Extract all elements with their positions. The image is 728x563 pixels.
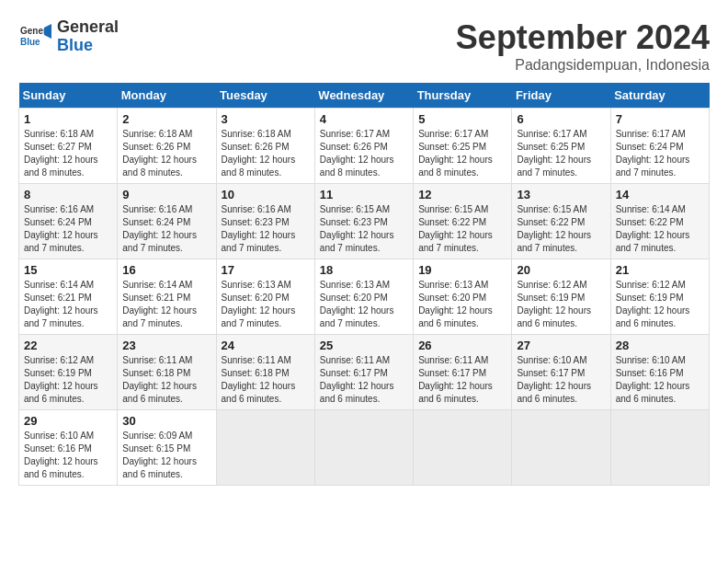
day-number: 25 (320, 339, 408, 352)
table-row (216, 410, 314, 486)
day-info: Sunrise: 6:18 AM Sunset: 6:26 PM Dayligh… (222, 128, 310, 179)
day-number: 2 (122, 112, 210, 126)
day-number: 28 (616, 339, 704, 352)
table-row: 7Sunrise: 6:17 AM Sunset: 6:24 PM Daylig… (610, 109, 709, 184)
header: General Blue General Blue September 2024… (18, 18, 710, 74)
table-row: 2Sunrise: 6:18 AM Sunset: 6:26 PM Daylig… (118, 109, 216, 184)
day-number: 7 (616, 112, 704, 126)
table-row: 12Sunrise: 6:15 AM Sunset: 6:22 PM Dayli… (414, 184, 512, 259)
table-row: 22Sunrise: 6:12 AM Sunset: 6:19 PM Dayli… (19, 335, 118, 410)
table-row: 1Sunrise: 6:18 AM Sunset: 6:27 PM Daylig… (19, 109, 118, 184)
col-thursday: Thursday (414, 83, 512, 109)
table-row: 30Sunrise: 6:09 AM Sunset: 6:15 PM Dayli… (118, 410, 216, 486)
logo-general: General (57, 18, 119, 37)
day-info: Sunrise: 6:14 AM Sunset: 6:22 PM Dayligh… (616, 203, 704, 255)
day-number: 9 (122, 188, 210, 201)
table-row: 9Sunrise: 6:16 AM Sunset: 6:24 PM Daylig… (118, 184, 216, 259)
week-row-4: 22Sunrise: 6:12 AM Sunset: 6:19 PM Dayli… (19, 335, 710, 410)
table-row: 29Sunrise: 6:10 AM Sunset: 6:16 PM Dayli… (19, 410, 118, 486)
day-number: 21 (616, 263, 704, 277)
logo-text: General Blue (57, 18, 119, 55)
day-info: Sunrise: 6:14 AM Sunset: 6:21 PM Dayligh… (24, 279, 112, 330)
day-number: 15 (24, 263, 112, 277)
table-row (314, 410, 413, 486)
day-number: 27 (517, 339, 605, 352)
location-title: Padangsidempuan, Indonesia (456, 57, 710, 74)
day-info: Sunrise: 6:15 AM Sunset: 6:22 PM Dayligh… (418, 203, 506, 255)
table-row: 6Sunrise: 6:17 AM Sunset: 6:25 PM Daylig… (512, 109, 610, 184)
svg-text:Blue: Blue (20, 37, 40, 47)
day-number: 3 (222, 112, 310, 126)
day-info: Sunrise: 6:17 AM Sunset: 6:24 PM Dayligh… (616, 128, 704, 179)
day-info: Sunrise: 6:11 AM Sunset: 6:17 PM Dayligh… (418, 354, 506, 406)
table-row (512, 410, 610, 486)
table-row: 25Sunrise: 6:11 AM Sunset: 6:17 PM Dayli… (314, 335, 413, 410)
day-info: Sunrise: 6:12 AM Sunset: 6:19 PM Dayligh… (616, 279, 704, 330)
day-info: Sunrise: 6:10 AM Sunset: 6:16 PM Dayligh… (24, 430, 112, 481)
day-info: Sunrise: 6:16 AM Sunset: 6:23 PM Dayligh… (222, 203, 310, 255)
day-number: 13 (517, 188, 605, 201)
day-info: Sunrise: 6:16 AM Sunset: 6:24 PM Dayligh… (122, 203, 210, 255)
table-row: 15Sunrise: 6:14 AM Sunset: 6:21 PM Dayli… (19, 259, 118, 335)
day-number: 20 (517, 263, 605, 277)
table-row: 24Sunrise: 6:11 AM Sunset: 6:18 PM Dayli… (216, 335, 314, 410)
day-number: 10 (222, 188, 310, 201)
day-info: Sunrise: 6:18 AM Sunset: 6:27 PM Dayligh… (24, 128, 112, 179)
day-info: Sunrise: 6:13 AM Sunset: 6:20 PM Dayligh… (320, 279, 408, 330)
day-info: Sunrise: 6:16 AM Sunset: 6:24 PM Dayligh… (24, 203, 112, 255)
day-number: 12 (418, 188, 506, 201)
week-row-3: 15Sunrise: 6:14 AM Sunset: 6:21 PM Dayli… (19, 259, 710, 335)
col-wednesday: Wednesday (314, 83, 413, 109)
logo-blue: Blue (57, 37, 119, 55)
table-row: 13Sunrise: 6:15 AM Sunset: 6:22 PM Dayli… (512, 184, 610, 259)
week-row-1: 1Sunrise: 6:18 AM Sunset: 6:27 PM Daylig… (19, 109, 710, 184)
calendar-table: Sunday Monday Tuesday Wednesday Thursday… (18, 83, 710, 486)
day-info: Sunrise: 6:09 AM Sunset: 6:15 PM Dayligh… (122, 430, 210, 481)
day-info: Sunrise: 6:12 AM Sunset: 6:19 PM Dayligh… (517, 279, 605, 330)
table-row: 21Sunrise: 6:12 AM Sunset: 6:19 PM Dayli… (610, 259, 709, 335)
day-number: 4 (320, 112, 408, 126)
day-info: Sunrise: 6:10 AM Sunset: 6:16 PM Dayligh… (616, 354, 704, 406)
table-row: 27Sunrise: 6:10 AM Sunset: 6:17 PM Dayli… (512, 335, 610, 410)
col-monday: Monday (118, 83, 216, 109)
day-info: Sunrise: 6:15 AM Sunset: 6:22 PM Dayligh… (517, 203, 605, 255)
day-number: 6 (517, 112, 605, 126)
month-title: September 2024 (456, 18, 710, 57)
table-row (414, 410, 512, 486)
calendar-header-row: Sunday Monday Tuesday Wednesday Thursday… (19, 83, 710, 109)
table-row: 11Sunrise: 6:15 AM Sunset: 6:23 PM Dayli… (314, 184, 413, 259)
col-friday: Friday (512, 83, 610, 109)
table-row: 4Sunrise: 6:17 AM Sunset: 6:26 PM Daylig… (314, 109, 413, 184)
table-row: 19Sunrise: 6:13 AM Sunset: 6:20 PM Dayli… (414, 259, 512, 335)
day-info: Sunrise: 6:13 AM Sunset: 6:20 PM Dayligh… (222, 279, 310, 330)
day-info: Sunrise: 6:15 AM Sunset: 6:23 PM Dayligh… (320, 203, 408, 255)
table-row: 3Sunrise: 6:18 AM Sunset: 6:26 PM Daylig… (216, 109, 314, 184)
day-info: Sunrise: 6:18 AM Sunset: 6:26 PM Dayligh… (122, 128, 210, 179)
logo-icon: General Blue (18, 20, 51, 53)
day-number: 19 (418, 263, 506, 277)
table-row: 14Sunrise: 6:14 AM Sunset: 6:22 PM Dayli… (610, 184, 709, 259)
day-number: 26 (418, 339, 506, 352)
table-row: 8Sunrise: 6:16 AM Sunset: 6:24 PM Daylig… (19, 184, 118, 259)
day-number: 16 (122, 263, 210, 277)
table-row: 16Sunrise: 6:14 AM Sunset: 6:21 PM Dayli… (118, 259, 216, 335)
week-row-5: 29Sunrise: 6:10 AM Sunset: 6:16 PM Dayli… (19, 410, 710, 486)
day-info: Sunrise: 6:17 AM Sunset: 6:26 PM Dayligh… (320, 128, 408, 179)
day-info: Sunrise: 6:11 AM Sunset: 6:18 PM Dayligh… (122, 354, 210, 406)
table-row (610, 410, 709, 486)
day-info: Sunrise: 6:14 AM Sunset: 6:21 PM Dayligh… (122, 279, 210, 330)
col-saturday: Saturday (610, 83, 709, 109)
day-number: 23 (122, 339, 210, 352)
day-info: Sunrise: 6:11 AM Sunset: 6:17 PM Dayligh… (320, 354, 408, 406)
day-number: 17 (222, 263, 310, 277)
day-number: 24 (222, 339, 310, 352)
logo: General Blue General Blue (18, 18, 119, 55)
day-number: 29 (24, 414, 112, 428)
table-row: 26Sunrise: 6:11 AM Sunset: 6:17 PM Dayli… (414, 335, 512, 410)
day-number: 11 (320, 188, 408, 201)
title-area: September 2024 Padangsidempuan, Indonesi… (456, 18, 710, 74)
table-row: 18Sunrise: 6:13 AM Sunset: 6:20 PM Dayli… (314, 259, 413, 335)
day-info: Sunrise: 6:12 AM Sunset: 6:19 PM Dayligh… (24, 354, 112, 406)
day-number: 14 (616, 188, 704, 201)
day-info: Sunrise: 6:10 AM Sunset: 6:17 PM Dayligh… (517, 354, 605, 406)
